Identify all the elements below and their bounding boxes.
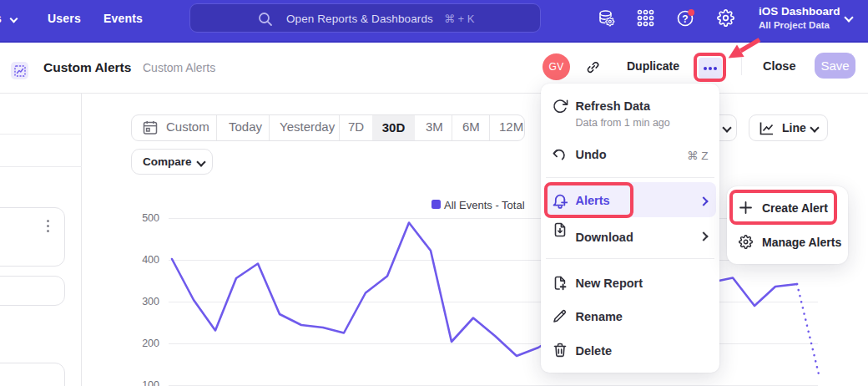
svg-text:?: ? (682, 13, 688, 25)
